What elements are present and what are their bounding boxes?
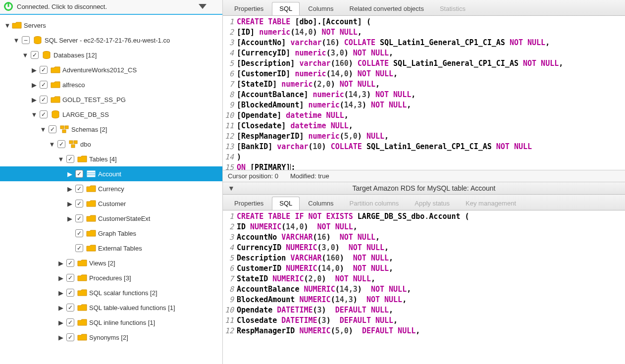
tree-item-servers[interactable]: ▼Servers <box>0 18 222 33</box>
checkbox[interactable] <box>49 125 56 133</box>
code-line[interactable]: 6[CustomerID] numeric(14,0) NOT NULL, <box>223 69 625 79</box>
code-text[interactable]: AccountBalance NUMERIC(14,3) NOT NULL, <box>237 284 411 295</box>
tree-item-table-customer[interactable]: ▶Customer <box>0 196 222 211</box>
expand-arrow[interactable]: ▶ <box>66 170 73 178</box>
code-text[interactable]: [Closedate] datetime NULL, <box>237 121 353 131</box>
expand-arrow[interactable]: ▶ <box>57 274 64 282</box>
code-text[interactable]: [RespManagerID] numeric(5,0) NULL, <box>237 131 389 142</box>
source-sql-editor[interactable]: 1CREATE TABLE [dbo].[Account] (2[ID] num… <box>223 16 625 170</box>
expand-arrow[interactable]: ▶ <box>66 185 73 193</box>
code-line[interactable]: 3AccountNo VARCHAR(16) NOT NULL, <box>223 232 625 243</box>
tree-item-tv-fn[interactable]: ▶SQL table-valued functions [1] <box>0 300 222 315</box>
code-text[interactable]: StateID NUMERIC(2,0) NOT NULL, <box>237 274 375 284</box>
tree-item-scalar-fn[interactable]: ▶SQL scalar functions [2] <box>0 285 222 300</box>
code-line[interactable]: 15ON [PRIMARY]; <box>223 162 625 170</box>
tree-item-table-currency[interactable]: ▶Currency <box>0 181 222 196</box>
code-text[interactable]: ID NUMERIC(14,0) NOT NULL, <box>237 222 358 232</box>
code-line[interactable]: 11Closedate DATETIME(3) DEFAULT NULL, <box>223 315 625 326</box>
tab-columns-top[interactable]: Columns <box>301 2 341 15</box>
code-text[interactable]: [BankID] varchar(10) COLLATE SQL_Latin1_… <box>237 142 532 152</box>
code-line[interactable]: 9[BlockedAmount] numeric(14,3) NOT NULL, <box>223 100 625 110</box>
tree-item-schemas[interactable]: ▼Schemas [2] <box>0 122 222 137</box>
tree-item-table-account[interactable]: ▶Account <box>0 166 222 181</box>
code-text[interactable]: CREATE TABLE [dbo].[Account] ( <box>237 17 371 27</box>
code-line[interactable]: 14) <box>223 152 625 162</box>
code-line[interactable]: 8[AccountBalance] numeric(14,3) NOT NULL… <box>223 90 625 100</box>
tree-item-schema-dbo[interactable]: ▼dbo <box>0 137 222 152</box>
checkbox[interactable] <box>66 318 74 326</box>
expand-arrow[interactable]: ▼ <box>57 156 64 163</box>
code-text[interactable]: [Opendate] datetime NULL, <box>237 110 349 121</box>
checkbox[interactable] <box>40 96 48 104</box>
tree-item-databases[interactable]: ▼Databases [12] <box>0 48 222 62</box>
tab-properties-top[interactable]: Properties <box>227 2 271 15</box>
connection-status[interactable]: Connected. Click to disconnect. <box>17 3 199 10</box>
tree-item-db-alfresco[interactable]: ▶alfresco <box>0 77 222 92</box>
tree-item-db-adventure[interactable]: ▶AdventureWorks2012_CS <box>0 62 222 77</box>
expand-arrow[interactable]: ▶ <box>57 319 64 326</box>
code-text[interactable]: CustomerID NUMERIC(14,0) NOT NULL, <box>237 263 393 274</box>
code-line[interactable]: 8AccountBalance NUMERIC(14,3) NOT NULL, <box>223 284 625 295</box>
expand-arrow[interactable]: ▶ <box>57 260 64 267</box>
code-text[interactable]: Closedate DATETIME(3) DEFAULT NULL, <box>237 315 398 326</box>
code-text[interactable]: Description VARCHAR(160) NOT NULL, <box>237 253 393 263</box>
expand-arrow[interactable]: ▼ <box>31 111 38 118</box>
expand-arrow[interactable]: ▼ <box>4 22 11 29</box>
checkbox[interactable] <box>75 214 83 222</box>
checkbox[interactable] <box>40 81 48 89</box>
code-line[interactable]: 13[BankID] varchar(10) COLLATE SQL_Latin… <box>223 142 625 152</box>
code-text[interactable]: [AccountBalance] numeric(14,3) NOT NULL, <box>237 90 416 100</box>
checkbox[interactable] <box>75 170 83 178</box>
expand-arrow[interactable]: ▶ <box>31 66 38 74</box>
code-text[interactable]: ) <box>237 152 241 162</box>
code-line[interactable]: 6CustomerID NUMERIC(14,0) NOT NULL, <box>223 263 625 274</box>
tree-item-procedures[interactable]: ▶Procedures [3] <box>0 270 222 285</box>
code-line[interactable]: 5[Description] varchar(160) COLLATE SQL_… <box>223 58 625 69</box>
code-text[interactable]: Opendate DATETIME(3) DEFAULT NULL, <box>237 305 393 315</box>
target-sql-editor[interactable]: 1CREATE TABLE IF NOT EXISTS LARGE_DB_SS_… <box>223 210 625 364</box>
checkbox[interactable] <box>66 333 74 341</box>
code-text[interactable]: AccountNo VARCHAR(16) NOT NULL, <box>237 232 380 243</box>
code-text[interactable]: [Description] varchar(160) COLLATE SQL_L… <box>237 58 563 69</box>
code-text[interactable]: [BlockedAmount] numeric(14,3) NOT NULL, <box>237 100 411 110</box>
code-line[interactable]: 10[Opendate] datetime NULL, <box>223 110 625 121</box>
checkbox[interactable] <box>66 304 74 312</box>
checkbox[interactable] <box>57 140 65 148</box>
filter-icon[interactable] <box>199 4 207 9</box>
expand-arrow[interactable]: ▼ <box>13 37 20 44</box>
power-icon[interactable] <box>4 2 13 11</box>
code-text[interactable]: [StateID] numeric(2,0) NOT NULL, <box>237 79 380 90</box>
tree-item-table-cse[interactable]: ▶CustomerStateExt <box>0 211 222 226</box>
code-line[interactable]: 2ID NUMERIC(14,0) NOT NULL, <box>223 222 625 232</box>
expand-arrow[interactable]: ▶ <box>31 96 38 104</box>
code-line[interactable]: 1CREATE TABLE [dbo].[Account] ( <box>223 17 625 27</box>
checkbox[interactable] <box>40 66 48 74</box>
code-text[interactable]: RespManagerID NUMERIC(5,0) DEFAULT NULL, <box>237 326 420 336</box>
checkbox[interactable] <box>75 185 83 193</box>
tree-item-tables[interactable]: ▼Tables [4] <box>0 152 222 166</box>
checkbox[interactable] <box>40 110 48 118</box>
tree-item-db-gold[interactable]: ▶GOLD_TEST_SS_PG <box>0 92 222 107</box>
code-text[interactable]: [CustomerID] numeric(14,0) NOT NULL, <box>237 69 398 79</box>
expand-arrow[interactable]: ▶ <box>57 334 64 341</box>
code-line[interactable]: 4[CurrencyID] numeric(3,0) NOT NULL, <box>223 48 625 58</box>
code-text[interactable]: BlockedAmount NUMERIC(14,3) NOT NULL, <box>237 295 407 305</box>
tree-item-graph-tables[interactable]: Graph Tables <box>0 226 222 241</box>
checkbox[interactable] <box>75 244 83 252</box>
code-line[interactable]: 1CREATE TABLE IF NOT EXISTS LARGE_DB_SS_… <box>223 211 625 222</box>
expand-arrow[interactable]: ▶ <box>57 304 64 312</box>
expand-arrow[interactable]: ▼ <box>40 126 47 133</box>
code-line[interactable]: 7[StateID] numeric(2,0) NOT NULL, <box>223 79 625 90</box>
code-line[interactable]: 4CurrencyID NUMERIC(3,0) NOT NULL, <box>223 243 625 253</box>
code-line[interactable]: 9BlockedAmount NUMERIC(14,3) NOT NULL, <box>223 295 625 305</box>
code-line[interactable]: 11[Closedate] datetime NULL, <box>223 121 625 131</box>
collapse-icon[interactable]: ▼ <box>228 184 235 192</box>
code-text[interactable]: CurrencyID NUMERIC(3,0) NOT NULL, <box>237 243 389 253</box>
tree-item-synonyms[interactable]: ▶Synonyms [2] <box>0 330 222 345</box>
tab-columns-bottom[interactable]: Columns <box>301 197 341 210</box>
expand-arrow[interactable]: ▶ <box>57 289 64 297</box>
object-tree[interactable]: ▼Servers▼SQL Server - ec2-52-17-21-76.eu… <box>0 15 222 364</box>
tab-related-top[interactable]: Related converted objects <box>342 2 431 15</box>
code-text[interactable]: CREATE TABLE IF NOT EXISTS LARGE_DB_SS_d… <box>237 211 469 222</box>
tab-sql-top[interactable]: SQL <box>272 2 300 15</box>
